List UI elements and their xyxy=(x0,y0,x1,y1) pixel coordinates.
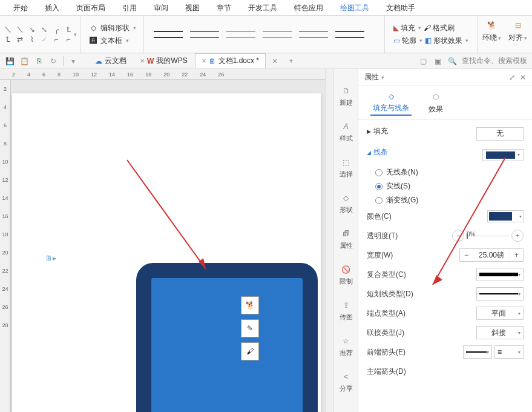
width-increment[interactable]: + xyxy=(510,249,523,261)
shape-effect-button[interactable]: ◧形状效果▾ xyxy=(425,36,468,46)
menu-item[interactable]: 文档助手 xyxy=(378,0,424,16)
arrow-begin-style[interactable]: ▾ xyxy=(463,345,492,359)
menu-item[interactable]: 审阅 xyxy=(145,0,177,16)
side-select[interactable]: ⬚选择 xyxy=(338,153,354,182)
save-icon[interactable]: 💾 xyxy=(5,56,15,66)
format-brush-button[interactable]: 🖌格式刷 xyxy=(424,23,455,33)
new-tab-button[interactable]: ＋ xyxy=(284,56,298,66)
search-icon[interactable]: 🔍 xyxy=(447,56,457,66)
float-tool-style[interactable]: 🖌 xyxy=(241,342,259,360)
copy-icon[interactable]: 📋 xyxy=(19,56,29,66)
text-box-button[interactable]: 🅰 文本框 ▾ xyxy=(88,36,136,46)
menu-item[interactable]: 章节 xyxy=(208,0,240,16)
menu-item[interactable]: 绘图工具 xyxy=(332,0,378,16)
line-style-sample[interactable] xyxy=(190,31,219,32)
text-box-icon: 🅰 xyxy=(88,36,98,45)
side-prop[interactable]: 🗊属性 xyxy=(338,224,354,254)
fill-button[interactable]: ◣填充▾ xyxy=(393,23,421,33)
line-style-sample[interactable] xyxy=(299,37,328,38)
side-rec[interactable]: ☆推荐 xyxy=(338,331,354,361)
vertical-scrollbar[interactable] xyxy=(325,69,333,412)
fill-line-icon: ◇ xyxy=(384,91,398,102)
menu-item[interactable]: 特色应用 xyxy=(286,0,332,16)
side-shape[interactable]: ◇形状 xyxy=(338,188,354,218)
edit-shape-button[interactable]: ◇ 编辑形状 ▾ xyxy=(88,23,136,33)
command-search[interactable]: 查找命令、搜索模板 xyxy=(462,56,527,66)
line-section-header[interactable]: ◢ 线条 xyxy=(367,147,388,158)
panel-close-icon[interactable]: ✕ xyxy=(520,73,526,82)
line-color-picker[interactable]: ▾ xyxy=(487,210,524,222)
tab-document[interactable]: ✕ 🗎 文档1.docx * xyxy=(195,53,266,68)
opacity-minus[interactable]: − xyxy=(452,230,464,242)
panel-collapse-icon[interactable]: ⤢ xyxy=(509,73,515,82)
outline-button[interactable]: ▭轮廓▾ xyxy=(393,36,422,46)
line-style-sample[interactable] xyxy=(263,37,292,38)
join-combo[interactable]: 斜接▾ xyxy=(476,326,524,339)
width-spinner[interactable]: − 25.00磅 + xyxy=(459,248,524,262)
align-button[interactable]: ⊟ 对齐▾ xyxy=(506,18,530,44)
opacity-plus[interactable]: + xyxy=(511,230,524,242)
compound-combo[interactable]: ▾ xyxy=(476,268,524,281)
line-preview-swatch[interactable]: ▾ xyxy=(482,149,524,161)
more-icon[interactable]: ▾ xyxy=(68,56,78,66)
quick-access-bar: 💾 📋 ⎘ ↻ ▾ ☁ 云文档 ✕ W 我的WPS ✕ 🗎 文档1.docx *… xyxy=(0,53,532,69)
wrap-align-group: 🐕 环绕▾ ⊟ 对齐▾ xyxy=(478,16,532,53)
radio-no-line[interactable]: 无线条(N) xyxy=(367,167,524,178)
line-style-sample[interactable] xyxy=(263,31,292,32)
line-style-sample[interactable] xyxy=(299,31,328,32)
menu-item[interactable]: 视图 xyxy=(177,0,208,16)
menu-item[interactable]: 页面布局 xyxy=(68,0,114,16)
compound-label: 复合类型(C) xyxy=(367,270,476,280)
redo-icon[interactable]: ↻ xyxy=(48,56,58,66)
tab-mywps[interactable]: ✕ W 我的WPS xyxy=(134,54,194,68)
line-style-sample[interactable] xyxy=(226,31,255,32)
brush-icon: 🖌 xyxy=(246,347,254,356)
line-style-sample[interactable] xyxy=(335,37,364,38)
tab-cloud[interactable]: ☁ 云文档 xyxy=(89,54,133,68)
fill-section-header[interactable]: ▶ 填充 xyxy=(367,126,388,136)
float-tool-wrap[interactable]: 🐕 xyxy=(241,296,259,314)
canvas-area[interactable]: 2468101214161820222426 24681012141618202… xyxy=(0,69,325,412)
wrap-button[interactable]: 🐕 环绕▾ xyxy=(480,18,504,44)
line-style-gallery[interactable] xyxy=(144,16,385,53)
tab-effect[interactable]: ⬡ 效果 xyxy=(426,90,445,116)
line-style-sample[interactable] xyxy=(154,37,183,38)
shape-monitor[interactable] xyxy=(136,263,318,412)
line-style-sample[interactable] xyxy=(190,37,219,38)
float-tool-edit[interactable]: ✎ xyxy=(241,319,259,337)
tab-close-icon[interactable]: ✕ xyxy=(202,58,206,64)
nav-back-icon[interactable]: ▢ xyxy=(418,56,428,66)
width-decrement[interactable]: − xyxy=(460,249,473,261)
radio-solid[interactable]: 实线(S) xyxy=(367,181,524,191)
side-share[interactable]: <分享 xyxy=(338,367,354,397)
menu-item[interactable]: 插入 xyxy=(36,0,68,16)
menu-item[interactable]: 开始 xyxy=(5,0,36,16)
shape-gallery-expand[interactable]: ▾ xyxy=(74,32,77,38)
tab-close-active-icon[interactable]: ✕ xyxy=(267,57,283,65)
side-limit[interactable]: 🚫限制 xyxy=(338,260,354,290)
line-style-sample[interactable] xyxy=(154,31,183,32)
width-value[interactable]: 25.00磅 xyxy=(473,250,510,261)
tab-close-icon[interactable]: ✕ xyxy=(140,58,145,64)
side-img[interactable]: ⇪传图 xyxy=(338,296,354,325)
side-toolbar: 🗋新建 A样式 ⬚选择 ◇形状 🗊属性 🚫限制 ⇪传图 ☆推荐 <分享 xyxy=(333,69,358,412)
menu-item[interactable]: 开发工具 xyxy=(240,0,286,16)
fill-icon: ◣ xyxy=(393,24,399,32)
radio-gradient[interactable]: 渐变线(G) xyxy=(367,195,524,205)
workspace: 2468101214161820222426 24681012141618202… xyxy=(0,69,532,412)
side-new[interactable]: 🗋新建 xyxy=(338,81,354,111)
chevron-down-icon: ◢ xyxy=(367,150,371,156)
cap-combo[interactable]: 平面▾ xyxy=(476,307,524,320)
properties-tabs: ◇ 填充与线条 ⬡ 效果 xyxy=(358,86,532,120)
arrow-begin-size[interactable]: ≡▾ xyxy=(494,345,524,359)
dash-combo[interactable]: ▾ xyxy=(476,287,524,301)
line-style-sample[interactable] xyxy=(335,31,364,32)
misc-icon[interactable]: ⎘ xyxy=(34,56,44,66)
line-style-sample[interactable] xyxy=(226,37,255,38)
fill-none-button[interactable]: 无 xyxy=(476,127,524,141)
opacity-slider[interactable]: 0% xyxy=(467,236,509,236)
tab-fill-line[interactable]: ◇ 填充与线条 xyxy=(370,90,412,116)
nav-fwd-icon[interactable]: ▣ xyxy=(433,56,442,66)
side-style[interactable]: A样式 xyxy=(338,117,354,147)
menu-item[interactable]: 引用 xyxy=(114,0,145,16)
